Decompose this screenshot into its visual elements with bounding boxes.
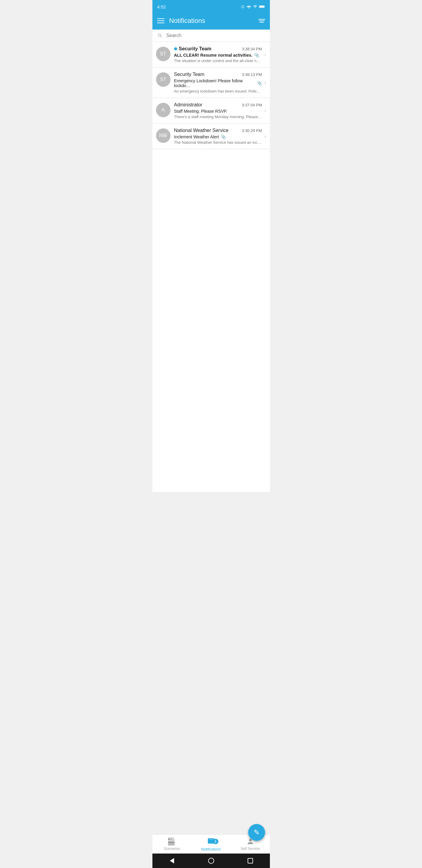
notification-content: Security Team 3:38:34 PM ALL CLEAR! Resu… — [174, 46, 262, 63]
system-nav — [153, 854, 270, 868]
notification-header: Administrator 3:37:04 PM — [174, 102, 262, 107]
compose-fab[interactable]: ✎ — [248, 824, 265, 841]
notification-subject: Staff Meeting. Please RSVP. — [174, 109, 262, 114]
sender-name: Security Team — [174, 46, 212, 52]
unread-indicator — [174, 47, 177, 50]
notifications-list: ST Security Team 3:38:34 PM ALL CLEAR! R… — [153, 42, 270, 492]
back-button[interactable] — [168, 857, 175, 864]
scenarios-label: Scenarios — [164, 846, 180, 851]
chevron-right-icon: › — [264, 133, 266, 140]
svg-rect-1 — [264, 6, 265, 7]
attachment-icon: 📎 — [257, 81, 262, 86]
header: Notifications — [153, 13, 270, 30]
chevron-right-icon: › — [264, 52, 266, 58]
notification-content: National Weather Service 3:30:29 PM Incl… — [174, 128, 262, 145]
notification-subject: Inclement Weather Alert 📎 — [174, 134, 262, 139]
notification-preview: An emergency lockdown has been issued. P… — [174, 89, 262, 93]
notification-badge: 1 — [213, 839, 218, 844]
search-icon — [157, 33, 163, 38]
battery-icon — [259, 5, 265, 8]
notification-item[interactable]: A Administrator 3:37:04 PM Staff Meeting… — [153, 98, 270, 124]
chevron-right-icon: › — [264, 80, 266, 86]
notifications-label: Notifications — [201, 847, 221, 851]
svg-rect-2 — [259, 6, 264, 7]
signal-icon — [253, 4, 257, 9]
status-time: 4:52 — [157, 4, 166, 9]
notification-content: Security Team 3:38:13 PM Emergency Lockd… — [174, 72, 262, 93]
notification-preview: There's a staff meeting Monday morning. … — [174, 115, 262, 119]
avatar: A — [156, 103, 170, 117]
timestamp: 3:30:29 PM — [242, 128, 262, 133]
notification-header: National Weather Service 3:30:29 PM — [174, 128, 262, 133]
layers-button[interactable] — [258, 19, 265, 23]
notification-preview: The situation is under control and the a… — [174, 59, 262, 63]
notification-header: Security Team 3:38:34 PM — [174, 46, 262, 52]
notification-preview: The National Weather Service has issued … — [174, 140, 262, 145]
page-title: Notifications — [169, 17, 258, 25]
menu-button[interactable] — [157, 19, 164, 23]
avatar: ST — [156, 72, 170, 87]
wifi-icon — [247, 4, 251, 9]
nav-scenarios[interactable]: Scenarios — [153, 835, 192, 854]
notification-item[interactable]: ST Security Team 3:38:13 PM Emergency Lo… — [153, 67, 270, 98]
scenarios-icon — [168, 838, 176, 845]
sender-name: Security Team — [174, 72, 204, 77]
home-button[interactable] — [207, 857, 215, 864]
recents-button[interactable] — [247, 857, 254, 864]
recents-square-icon — [248, 858, 253, 864]
search-bar — [153, 30, 270, 42]
avatar: ST — [156, 47, 170, 61]
rec-icon: ⊙ — [241, 4, 245, 9]
timestamp: 3:38:13 PM — [242, 72, 262, 77]
avatar: NW — [156, 128, 170, 143]
status-icons: ⊙ — [241, 4, 265, 9]
timestamp: 3:38:34 PM — [242, 47, 262, 51]
sender-name: National Weather Service — [174, 128, 229, 133]
notification-item[interactable]: ST Security Team 3:38:34 PM ALL CLEAR! R… — [153, 42, 270, 67]
nav-notifications[interactable]: 1 Notifications — [192, 835, 231, 854]
compose-icon: ✎ — [254, 829, 260, 836]
timestamp: 3:37:04 PM — [242, 103, 262, 107]
chevron-right-icon: › — [264, 107, 266, 114]
empty-space — [153, 492, 270, 835]
back-triangle-icon — [170, 858, 174, 864]
attachment-icon: 📎 — [221, 134, 226, 139]
sender-name: Administrator — [174, 102, 202, 107]
search-input[interactable] — [166, 33, 265, 38]
attachment-icon: 📎 — [254, 53, 259, 58]
notification-subject: Emergency Lockdown! Please follow lockdo… — [174, 79, 262, 88]
status-bar: 4:52 ⊙ — [153, 0, 270, 13]
notification-item[interactable]: NW National Weather Service 3:30:29 PM I… — [153, 124, 270, 149]
home-circle-icon — [208, 858, 214, 864]
notification-content: Administrator 3:37:04 PM Staff Meeting. … — [174, 102, 262, 119]
notification-header: Security Team 3:38:13 PM — [174, 72, 262, 77]
notification-subject: ALL CLEAR! Resume normal activities. 📎 — [174, 53, 262, 58]
self-service-label: Self Service — [240, 846, 260, 851]
